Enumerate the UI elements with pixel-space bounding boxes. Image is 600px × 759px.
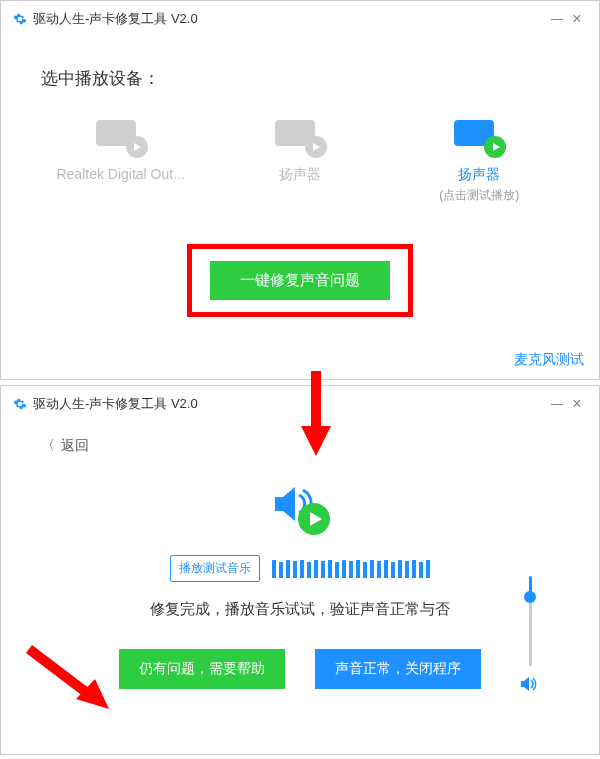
device-name: 扬声器 bbox=[279, 166, 321, 184]
speaker-icon bbox=[521, 676, 539, 696]
gear-icon bbox=[13, 12, 27, 26]
mic-test-link[interactable]: 麦克风测试 bbox=[514, 351, 584, 369]
play-row: 播放测试音乐 bbox=[1, 555, 599, 582]
device-item[interactable]: Realtek Digital Out... bbox=[46, 120, 196, 204]
speaker-icon-area bbox=[1, 475, 599, 535]
sound-ok-close-button[interactable]: 声音正常，关闭程序 bbox=[315, 649, 481, 689]
soundcard-icon bbox=[96, 120, 146, 156]
device-list: Realtek Digital Out... 扬声器 扬声器 (点击测试播放) bbox=[1, 110, 599, 214]
section-title: 选中播放设备： bbox=[1, 37, 599, 110]
device-item[interactable]: 扬声器 bbox=[225, 120, 375, 204]
play-test-music-button[interactable]: 播放测试音乐 bbox=[170, 555, 260, 582]
fix-sound-button[interactable]: 一键修复声音问题 bbox=[210, 261, 390, 300]
chevron-left-icon: 〈 bbox=[41, 437, 55, 455]
close-button[interactable]: × bbox=[567, 394, 587, 414]
volume-thumb[interactable] bbox=[524, 591, 536, 603]
status-text: 修复完成，播放音乐试试，验证声音正常与否 bbox=[1, 600, 599, 619]
titlebar: 驱动人生-声卡修复工具 V2.0 × bbox=[1, 1, 599, 37]
equalizer-icon bbox=[272, 560, 430, 578]
device-name: Realtek Digital Out... bbox=[56, 166, 184, 182]
window-title: 驱动人生-声卡修复工具 V2.0 bbox=[33, 10, 547, 28]
window-title: 驱动人生-声卡修复工具 V2.0 bbox=[33, 395, 547, 413]
arrow-diag-icon bbox=[21, 641, 121, 725]
window-repair-result: 驱动人生-声卡修复工具 V2.0 × 〈 返回 播放测试音乐 修复完成，播放音乐… bbox=[0, 385, 600, 755]
device-name: 扬声器 bbox=[458, 166, 500, 184]
need-help-button[interactable]: 仍有问题，需要帮助 bbox=[119, 649, 285, 689]
speaker-play-icon bbox=[270, 475, 330, 535]
window-device-select: 驱动人生-声卡修复工具 V2.0 × 选中播放设备： Realtek Digit… bbox=[0, 0, 600, 380]
gear-icon bbox=[13, 397, 27, 411]
close-button[interactable]: × bbox=[567, 9, 587, 29]
device-item-active[interactable]: 扬声器 (点击测试播放) bbox=[404, 120, 554, 204]
fix-button-area: 一键修复声音问题 bbox=[1, 244, 599, 317]
back-label: 返回 bbox=[61, 437, 89, 455]
highlight-box: 一键修复声音问题 bbox=[187, 244, 413, 317]
soundcard-icon bbox=[275, 120, 325, 156]
volume-slider[interactable] bbox=[521, 576, 539, 696]
minimize-button[interactable] bbox=[547, 394, 567, 414]
device-hint: (点击测试播放) bbox=[439, 187, 519, 204]
minimize-button[interactable] bbox=[547, 9, 567, 29]
soundcard-icon bbox=[454, 120, 504, 156]
arrow-down-icon bbox=[291, 366, 341, 465]
